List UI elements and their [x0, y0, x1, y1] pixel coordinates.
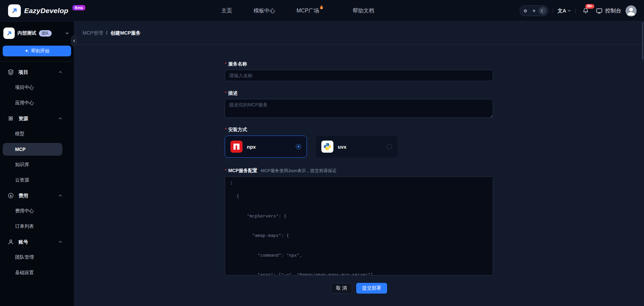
- moon-icon[interactable]: ☾: [539, 7, 547, 15]
- cancel-button[interactable]: 取 消: [331, 283, 352, 294]
- nav-mcp-market-label: MCP广场: [297, 8, 319, 13]
- nav-template-center[interactable]: 模板中心: [254, 7, 275, 14]
- chevron-up-icon: [58, 70, 62, 74]
- sidebar-collapse-button[interactable]: [71, 36, 77, 46]
- form-actions: 取 消 提交部署: [225, 283, 493, 294]
- sidebar-section-account[interactable]: 账号: [0, 234, 74, 250]
- sidebar-menu: 项目 项目中心 应用中心 资源 模型 MCP 知: [0, 62, 74, 280]
- required-mark: *: [225, 168, 226, 173]
- team-logo-icon: [3, 28, 15, 39]
- beta-badge: Beta: [72, 5, 85, 10]
- breadcrumb-current: 创建MCP服务: [110, 30, 141, 36]
- monitor-icon: [596, 7, 603, 14]
- team-badge: 团队: [39, 30, 52, 37]
- start-now-button[interactable]: 即刻开始: [3, 46, 71, 56]
- npx-radio[interactable]: [296, 144, 301, 149]
- nav-mcp-market[interactable]: MCP广场: [297, 7, 319, 14]
- sun-icon[interactable]: ☀: [530, 7, 538, 15]
- sidebar-section-resources[interactable]: 资源: [0, 111, 74, 126]
- install-method-label: * 安装方式: [225, 127, 493, 133]
- chevron-up-icon: [58, 194, 62, 198]
- divider: [575, 8, 576, 13]
- python-icon: [321, 141, 333, 153]
- required-mark: *: [225, 61, 226, 66]
- chevron-up-icon: [58, 116, 62, 120]
- sidebar-item-basic-settings[interactable]: 基础设置: [0, 265, 74, 280]
- user-silhouette-icon: [626, 5, 637, 16]
- theme-toggle: ⚙ ☀ ☾: [520, 5, 548, 16]
- translate-icon: 文A: [557, 8, 566, 14]
- console-label: 控制台: [605, 7, 621, 14]
- start-now-label: 即刻开始: [32, 48, 50, 54]
- primary-nav: 主页 模板中心 MCP广场 帮助文档: [221, 0, 374, 21]
- section-label: 资源: [18, 115, 28, 122]
- editor-line-number: 1: [225, 180, 236, 275]
- sidebar-item-team-management[interactable]: 团队管理: [0, 250, 74, 265]
- divider: [553, 8, 553, 13]
- mcp-config-label: * MCP服务配置 MCP服务使用Json表示，提交前请保证: [225, 168, 493, 174]
- console-link[interactable]: 控制台: [596, 7, 621, 14]
- brand[interactable]: EazyDevelop Beta: [8, 4, 85, 17]
- page: EazyDevelop Beta 主页 模板中心 MCP广场 帮助文档 ⚙ ☀: [0, 0, 644, 306]
- install-option-uvx[interactable]: uvx: [316, 136, 398, 158]
- language-switcher[interactable]: 文A: [557, 8, 571, 14]
- sidebar: 内部测试 团队 即刻开始: [0, 21, 74, 306]
- section-label: 费用: [18, 193, 28, 199]
- mcp-config-editor[interactable]: 1 { "mcpServers": { "amap-maps": { "comm…: [225, 176, 493, 275]
- breadcrumb-parent[interactable]: MCP管理: [83, 30, 103, 36]
- top-navbar: EazyDevelop Beta 主页 模板中心 MCP广场 帮助文档 ⚙ ☀: [0, 0, 644, 21]
- required-mark: *: [225, 127, 226, 132]
- team-name: 内部测试: [17, 30, 36, 36]
- sidebar-item-knowledge-base[interactable]: 知识库: [0, 157, 74, 172]
- sidebar-section-billing[interactable]: $ 费用: [0, 188, 74, 203]
- chevron-left-icon: [72, 39, 76, 43]
- sidebar-item-mcp[interactable]: MCP: [3, 143, 62, 156]
- scrollbar-thumb[interactable]: [642, 22, 643, 60]
- brand-logo-icon: [8, 4, 21, 17]
- sidebar-section-projects[interactable]: 项目: [0, 64, 74, 80]
- service-name-label: * 服务名称: [225, 61, 493, 67]
- sidebar-item-cloud-resources[interactable]: 云资源: [0, 172, 74, 188]
- sparkle-icon: [24, 49, 29, 53]
- section-label: 账号: [18, 239, 28, 245]
- install-option-npx[interactable]: npx: [225, 136, 307, 158]
- install-method-options: npx uvx: [225, 136, 493, 158]
- sidebar-item-billing-center[interactable]: 费用中心: [0, 203, 74, 219]
- create-mcp-form: * 服务名称 * 描述 * 安装方式: [225, 61, 493, 294]
- code-line: {: [236, 193, 376, 200]
- description-textarea[interactable]: [225, 99, 493, 118]
- sidebar-item-project-center[interactable]: 项目中心: [0, 80, 74, 95]
- nav-home[interactable]: 主页: [221, 7, 232, 14]
- dollar-circle-icon: $: [7, 192, 14, 199]
- service-name-input[interactable]: [225, 70, 493, 81]
- atom-icon: [7, 115, 14, 122]
- avatar[interactable]: [626, 5, 637, 16]
- sidebar-item-app-center[interactable]: 应用中心: [0, 95, 74, 111]
- mcp-config-hint: MCP服务使用Json表示，提交前请保证: [261, 168, 336, 174]
- submit-deploy-button[interactable]: 提交部署: [356, 283, 387, 294]
- install-option-label: uvx: [338, 144, 346, 150]
- sidebar-item-models[interactable]: 模型: [0, 126, 74, 142]
- gear-icon[interactable]: ⚙: [521, 7, 529, 15]
- code-line: "command": "npx",: [236, 252, 376, 259]
- notification-badge: 99+: [585, 4, 594, 9]
- uvx-radio[interactable]: [387, 144, 392, 149]
- layers-icon: [7, 69, 14, 75]
- breadcrumb: MCP管理 / 创建MCP服务: [74, 21, 644, 45]
- code-line: "amap-maps": {: [236, 232, 376, 239]
- flame-icon: [319, 5, 324, 10]
- section-label: 项目: [18, 69, 28, 75]
- navbar-right-cluster: ⚙ ☀ ☾ 文A 99+: [520, 0, 637, 21]
- npm-icon: [230, 141, 243, 153]
- nav-help-docs[interactable]: 帮助文档: [353, 7, 374, 14]
- description-label: * 描述: [225, 90, 493, 96]
- code-line: "args": ["-y", "@amap/amap-maps-mcp-serv…: [236, 271, 376, 275]
- team-selector[interactable]: 内部测试 团队: [3, 26, 69, 40]
- sidebar-item-order-list[interactable]: 订单列表: [0, 219, 74, 234]
- chevron-down-icon: [65, 31, 69, 35]
- notifications-button[interactable]: 99+: [582, 7, 589, 14]
- svg-text:$: $: [10, 194, 12, 198]
- code-line: "mcpServers": {: [236, 213, 376, 219]
- chevron-down-icon: [568, 9, 571, 12]
- chevron-up-icon: [58, 240, 62, 244]
